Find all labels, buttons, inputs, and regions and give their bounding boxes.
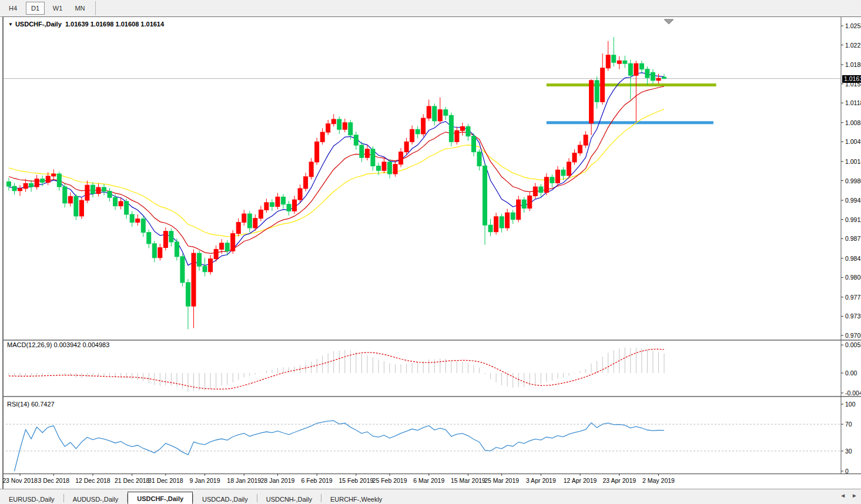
date-axis[interactable] <box>4 475 840 489</box>
chart-tab-usdcad[interactable]: USDCAD-,Daily <box>193 493 257 504</box>
main-chart-panel[interactable] <box>4 17 840 340</box>
chart-tab-audusd[interactable]: AUDUSD-,Daily <box>64 493 128 504</box>
macd-panel[interactable] <box>4 341 840 396</box>
chart-frame: ▼USDCHF-,Daily 1.01639 1.01698 1.01608 1… <box>2 16 861 489</box>
toolbar-divider <box>95 1 96 15</box>
rsi-panel[interactable] <box>4 397 840 474</box>
tab-scrollers: ◄ ► <box>840 492 857 499</box>
price-axis[interactable] <box>841 17 861 474</box>
timeframe-button-mn[interactable]: MN <box>71 2 89 15</box>
tab-scroll-left-icon[interactable]: ◄ <box>840 492 846 499</box>
timeframe-toolbar: H4D1W1MN <box>0 0 861 17</box>
chart-tab-usdchf[interactable]: USDCHF-,Daily <box>128 492 193 504</box>
chart-tab-usdcnh[interactable]: USDCNH-,Daily <box>257 493 321 504</box>
timeframe-button-d1[interactable]: D1 <box>26 2 45 15</box>
timeframe-button-h4[interactable]: H4 <box>4 2 22 15</box>
chart-tab-eurchf[interactable]: EURCHF-,Weekly <box>321 493 391 504</box>
chart-tab-eurusd[interactable]: EURUSD-,Daily <box>0 493 63 504</box>
timeframe-button-w1[interactable]: W1 <box>48 2 67 15</box>
chart-tab-bar: EURUSD-,DailyAUDUSD-,DailyUSDCHF-,DailyU… <box>0 489 861 504</box>
trading-platform-window: H4D1W1MN ▼USDCHF-,Daily 1.01639 1.01698 … <box>0 0 861 504</box>
tab-scroll-right-icon[interactable]: ► <box>852 492 857 499</box>
